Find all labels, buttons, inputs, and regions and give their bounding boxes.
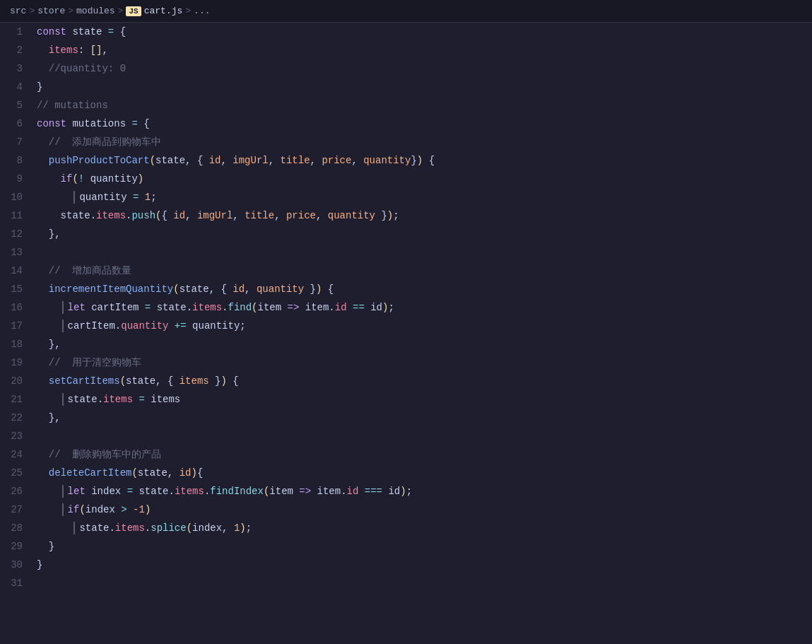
token-paren: ( [187, 522, 192, 534]
token-ident: item [305, 302, 329, 313]
token-param: price [322, 155, 351, 166]
token-comment: // 添加商品到购物车中 [49, 136, 162, 148]
breadcrumb-src[interactable]: src [10, 6, 26, 16]
token-op: ! [78, 173, 90, 185]
token-brace: } [37, 559, 42, 570]
code-line: 27 if(index > -1) [0, 500, 812, 519]
token-punct: ; [388, 302, 394, 313]
token-kw: const [37, 26, 72, 37]
line-number: 9 [0, 170, 34, 188]
code-line: 7 // 添加商品到购物车中 [0, 133, 812, 151]
token-kw: let [68, 302, 92, 313]
token-paren: ) [145, 504, 151, 515]
token-brace: { [143, 118, 149, 129]
breadcrumb-sep1: > [29, 6, 35, 16]
line-content: cartItem.quantity += quantity; [34, 317, 812, 335]
token-param: title [281, 155, 310, 166]
line-number: 25 [0, 464, 34, 482]
token-punct: . [109, 522, 114, 534]
code-line: 19 // 用于清空购物车 [0, 353, 812, 372]
token-brace: }, [49, 412, 61, 423]
line-number: 28 [0, 519, 34, 537]
line-content: // 添加商品到购物车中 [34, 133, 812, 151]
token-param: price [286, 210, 316, 221]
line-number: 17 [0, 317, 34, 335]
indent-guide [73, 191, 75, 204]
token-brace: { [220, 283, 233, 295]
line-content: // 增加商品数量 [34, 262, 812, 280]
token-punct: , [209, 283, 221, 295]
token-ident: state [72, 26, 107, 37]
token-bracket: [] [90, 45, 102, 56]
token-ident: item [258, 302, 288, 313]
token-ident: state [79, 522, 109, 534]
indent-guide [73, 522, 75, 534]
token-fn-name: setCartItems [49, 375, 120, 387]
token-paren: ) [138, 173, 143, 185]
token-punct: ; [246, 522, 252, 534]
code-line: 21 state.items = items [0, 390, 812, 409]
breadcrumb-filename[interactable]: cart.js [144, 6, 183, 16]
line-number: 4 [0, 78, 34, 96]
token-punct: , [102, 45, 107, 56]
breadcrumb-modules[interactable]: modules [76, 6, 115, 16]
code-line: 17 cartItem.quantity += quantity; [0, 317, 812, 335]
token-punct: . [222, 302, 228, 313]
indent-guide [62, 503, 64, 516]
token-ident: state [139, 486, 168, 497]
token-punct: , [316, 210, 328, 221]
token-prop: items [175, 486, 204, 497]
token-ident: cartItem [91, 302, 145, 313]
code-line: 23 [0, 427, 812, 445]
token-param: title [245, 210, 274, 221]
token-op: === [365, 486, 389, 497]
token-punct: , [221, 155, 233, 166]
token-punct: , [351, 155, 363, 166]
code-line: 24 // 删除购物车中的产品 [0, 445, 812, 464]
token-ident: mutations [72, 118, 131, 129]
breadcrumb-sep2: > [68, 6, 73, 16]
code-line: 4} [0, 78, 812, 96]
token-param: quantity [363, 155, 411, 166]
token-paren: ) [191, 467, 196, 479]
token-punct: . [341, 486, 346, 497]
breadcrumb-sep4: > [185, 6, 191, 16]
token-brace: { [322, 283, 334, 295]
code-line: 30} [0, 556, 812, 574]
line-number: 30 [0, 556, 34, 574]
line-content: quantity = 1; [34, 188, 812, 206]
token-punct: , [155, 375, 167, 387]
line-number: 18 [0, 335, 34, 353]
token-punct: , [185, 155, 197, 166]
token-op: += [175, 320, 192, 332]
token-punct: . [90, 210, 96, 221]
breadcrumb-store[interactable]: store [37, 6, 65, 16]
token-punct: , [233, 210, 245, 221]
token-param: id [209, 155, 221, 166]
code-line: 5// mutations [0, 96, 812, 115]
token-ident: state [155, 155, 185, 166]
token-punct: , [310, 155, 322, 166]
line-number: 15 [0, 280, 34, 298]
token-paren: ( [79, 504, 85, 515]
token-comment: // 用于清空购物车 [49, 357, 142, 368]
code-line: 29 } [0, 537, 812, 556]
line-content [34, 243, 812, 262]
token-paren: ( [173, 283, 179, 295]
code-line: 18 }, [0, 335, 812, 353]
line-number: 21 [0, 390, 34, 409]
line-content: // 用于清空购物车 [34, 353, 812, 372]
token-op: = [133, 192, 145, 203]
token-method: push [131, 210, 155, 221]
token-ident: quantity [90, 173, 138, 185]
token-brace: { [227, 375, 239, 387]
token-prop: items [96, 210, 126, 221]
line-content: setCartItems(state, { items }) { [34, 372, 812, 390]
token-brace: } [37, 81, 42, 93]
token-paren: ( [131, 467, 137, 479]
code-line: 22 }, [0, 409, 812, 427]
indent-guide [62, 393, 64, 406]
token-brace: { [423, 155, 435, 166]
code-line: 26 let index = state.items.findIndex(ite… [0, 482, 812, 500]
line-content: const mutations = { [34, 115, 812, 133]
